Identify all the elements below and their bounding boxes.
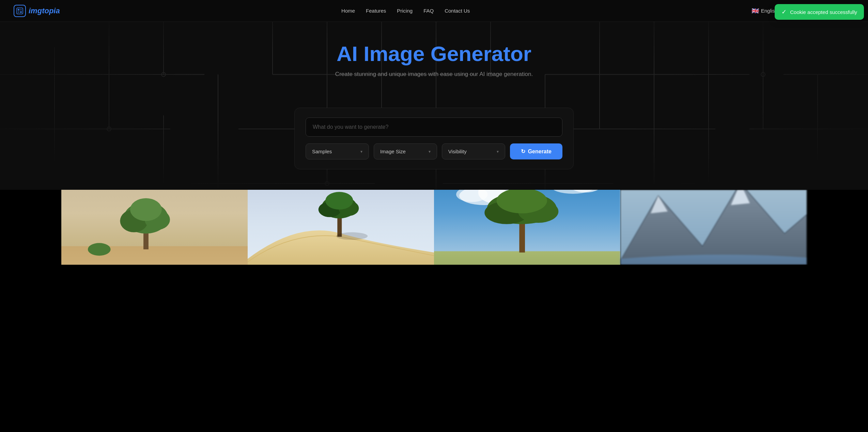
gallery-svg-4	[620, 190, 807, 265]
svg-rect-2	[20, 9, 22, 11]
nav-features[interactable]: Features	[366, 8, 386, 14]
hero-content: AI Image Generator Create stunning and u…	[328, 22, 540, 108]
prompt-input[interactable]	[306, 118, 562, 137]
svg-point-82	[336, 232, 368, 240]
samples-dropdown[interactable]: Samples ▾	[306, 143, 369, 159]
nav-faq[interactable]: FAQ	[423, 8, 434, 14]
flag-icon: 🇬🇧	[751, 7, 759, 15]
generate-button[interactable]: ↻ Generate	[510, 143, 562, 159]
navbar: imgtopia Home Features Pricing FAQ Conta…	[0, 0, 868, 22]
gallery-svg-2	[248, 190, 434, 265]
gallery-svg-3	[434, 190, 620, 265]
gallery-image-1	[61, 190, 248, 265]
svg-rect-0	[17, 8, 23, 14]
svg-rect-3	[18, 11, 19, 13]
samples-label: Samples	[312, 149, 332, 154]
logo-icon	[14, 5, 26, 17]
controls-row: Samples ▾ Image Size ▾ Visibility ▾ ↻ Ge…	[306, 143, 562, 159]
refresh-icon: ↻	[521, 148, 525, 155]
cookie-toast: ✓ Cookie accepted successfully	[775, 4, 864, 20]
nav-pricing[interactable]: Pricing	[397, 8, 413, 14]
hero-title: AI Image Generator	[335, 42, 533, 65]
logo-svg	[16, 7, 23, 14]
check-icon: ✓	[781, 8, 787, 16]
cookie-message: Cookie accepted successfully	[790, 9, 857, 15]
svg-rect-89	[434, 251, 620, 265]
nav-contact[interactable]: Contact Us	[445, 8, 470, 14]
gallery-image-3	[434, 190, 620, 265]
logo-text: imgtopia	[29, 6, 60, 15]
svg-rect-1	[18, 9, 19, 11]
gallery-svg-1	[61, 190, 248, 265]
image-size-chevron-icon: ▾	[429, 149, 431, 154]
logo-italic: topia	[42, 6, 60, 15]
image-size-dropdown[interactable]: Image Size ▾	[374, 143, 437, 159]
nav-links: Home Features Pricing FAQ Contact Us	[341, 8, 470, 14]
nav-home[interactable]: Home	[341, 8, 355, 14]
image-size-label: Image Size	[380, 149, 406, 154]
image-gallery	[0, 190, 868, 265]
hero-section: AI Image Generator Create stunning and u…	[0, 0, 868, 190]
svg-rect-4	[20, 11, 22, 13]
generate-label: Generate	[528, 149, 552, 155]
visibility-dropdown[interactable]: Visibility ▾	[442, 143, 505, 159]
generate-card: Samples ▾ Image Size ▾ Visibility ▾ ↻ Ge…	[294, 108, 574, 169]
visibility-label: Visibility	[448, 149, 467, 154]
svg-point-75	[88, 243, 111, 256]
gallery-image-2	[248, 190, 434, 265]
svg-point-81	[325, 192, 353, 210]
svg-point-74	[130, 198, 162, 221]
logo-main: img	[29, 6, 42, 15]
hero-subtitle: Create stunning and unique images with e…	[335, 71, 533, 78]
gallery-image-4	[620, 190, 807, 265]
visibility-chevron-icon: ▾	[497, 149, 499, 154]
logo[interactable]: imgtopia	[14, 5, 60, 17]
samples-chevron-icon: ▾	[360, 149, 362, 154]
